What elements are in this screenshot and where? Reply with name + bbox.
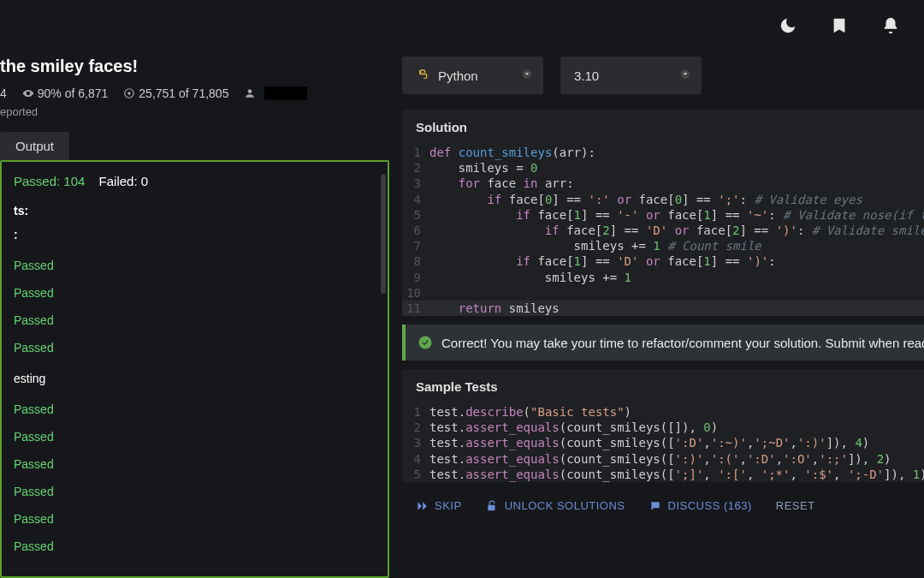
- bookmark-icon[interactable]: [830, 16, 849, 35]
- language-dropdown[interactable]: Python: [402, 57, 543, 94]
- left-column: the smiley faces! 4 90% of 6,871 25,751 …: [0, 51, 389, 578]
- svg-point-4: [419, 337, 432, 349]
- tab-output[interactable]: Output: [0, 132, 69, 160]
- code-line[interactable]: 11 return smileys: [402, 301, 924, 316]
- code-line[interactable]: 9 smileys += 1: [402, 270, 924, 285]
- discuss-button[interactable]: DISCUSS (163): [649, 499, 752, 512]
- version-dropdown[interactable]: 3.10: [560, 57, 702, 94]
- status-bar: Correct! You may take your time to refac…: [402, 325, 924, 361]
- sample-tests-editor[interactable]: 1test.describe("Basic tests")2test.asser…: [402, 404, 924, 482]
- stat-percent: 90% of 6,871: [22, 86, 109, 100]
- stat-1: 4: [0, 86, 7, 100]
- selector-row: Python 3.10 VIN: [402, 51, 924, 110]
- test-result: Passed: [14, 450, 376, 478]
- test-result: Passed: [14, 478, 376, 505]
- code-line[interactable]: 10: [402, 285, 924, 301]
- test-result: Passed: [14, 334, 376, 361]
- test-result: Passed: [14, 307, 376, 334]
- test-result: Passed: [14, 252, 376, 279]
- code-line[interactable]: 5test.assert_equals(count_smileys([';]',…: [402, 467, 924, 482]
- code-line[interactable]: 1def count_smileys(arr):: [402, 145, 924, 160]
- solution-header: Solution: [402, 110, 924, 145]
- solution-panel: Solution 1def count_smileys(arr):2 smile…: [402, 110, 924, 316]
- code-line[interactable]: 8 if face[1] == 'D' or face[1] == ')':: [402, 253, 924, 269]
- skip-button[interactable]: SKIP: [416, 499, 462, 512]
- chevron-down-icon: [679, 69, 691, 83]
- kata-title: the smiley faces!: [0, 51, 389, 83]
- test-result: Passed: [14, 279, 376, 307]
- status-message: Correct! You may take your time to refac…: [441, 336, 924, 350]
- test-result: Passed: [14, 533, 376, 560]
- theme-toggle-icon[interactable]: [779, 16, 797, 35]
- right-column: Python 3.10 VIN Solution 1def count_smil…: [389, 51, 924, 578]
- code-line[interactable]: 3 for face in arr:: [402, 176, 924, 191]
- stats-row: 4 90% of 6,871 25,751 of 71,805: [0, 83, 389, 105]
- code-line[interactable]: 7 smileys += 1 # Count smile: [402, 238, 924, 253]
- bell-icon[interactable]: [881, 16, 900, 35]
- chevron-down-icon: [521, 69, 533, 83]
- code-line[interactable]: 6 if face[2] == 'D' or face[2] == ')': #…: [402, 223, 924, 238]
- tab-strip: Output: [0, 132, 389, 160]
- check-circle-icon: [418, 335, 433, 350]
- code-line[interactable]: 3test.assert_equals(count_smileys([':D',…: [402, 435, 924, 450]
- unlock-solutions-button[interactable]: UNLOCK SOLUTIONS: [486, 499, 625, 512]
- author-name-redacted: [264, 86, 307, 100]
- sample-tests-header: Sample Tests: [402, 369, 924, 404]
- tests-disc: :: [14, 228, 376, 241]
- test-result: Passed: [14, 423, 376, 450]
- language-label: Python: [438, 69, 478, 83]
- passed-count: Passed: 104: [14, 174, 85, 188]
- subsection-label: esting: [14, 372, 376, 385]
- reported-label: eported: [0, 105, 389, 125]
- test-result: Passed: [14, 396, 376, 423]
- code-line[interactable]: 4test.assert_equals(count_smileys([':)',…: [402, 451, 924, 467]
- version-label: 3.10: [574, 69, 599, 83]
- tests-section-label: ts:: [14, 204, 376, 217]
- top-bar: [0, 0, 924, 51]
- reset-button[interactable]: RESET: [776, 499, 815, 512]
- code-line[interactable]: 4 if face[0] == ':' or face[0] == ';': #…: [402, 192, 924, 207]
- code-line[interactable]: 2 smileys = 0: [402, 160, 924, 176]
- results-panel: Passed: 104 Failed: 0 ts: : PassedPassed…: [0, 160, 389, 578]
- author-chip[interactable]: [244, 86, 307, 100]
- code-line[interactable]: 1test.describe("Basic tests"): [402, 404, 924, 420]
- failed-count: Failed: 0: [99, 174, 149, 188]
- stat-total: 25,751 of 71,805: [123, 86, 228, 100]
- sample-tests-panel: Sample Tests 1test.describe("Basic tests…: [402, 369, 924, 482]
- code-line[interactable]: 5 if face[1] == '-' or face[1] == '~': #…: [402, 207, 924, 223]
- python-icon: [416, 69, 429, 82]
- results-scrollbar[interactable]: [381, 174, 386, 294]
- action-row: SKIP UNLOCK SOLUTIONS DISCUSS (163) RESE…: [402, 491, 924, 512]
- test-result: Passed: [14, 505, 376, 533]
- code-line[interactable]: 2test.assert_equals(count_smileys([]), 0…: [402, 420, 924, 435]
- solution-editor[interactable]: 1def count_smileys(arr):2 smileys = 03 f…: [402, 145, 924, 316]
- svg-point-1: [128, 92, 132, 95]
- passfail-summary: Passed: 104 Failed: 0: [14, 174, 376, 188]
